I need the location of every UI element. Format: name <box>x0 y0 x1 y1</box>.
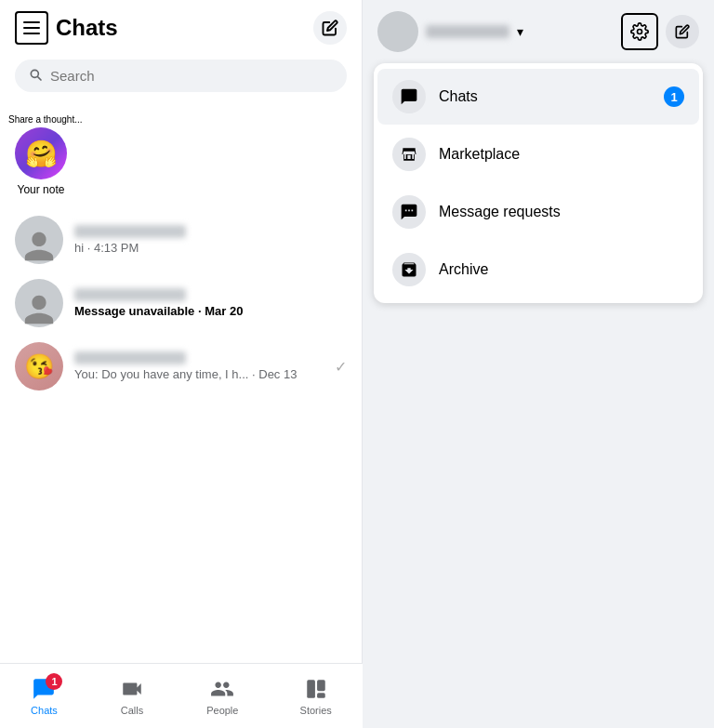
chat-info: hi · 4:13 PM <box>74 225 347 255</box>
dropdown-chats-badge: 1 <box>664 86 684 107</box>
calls-nav-icon <box>120 677 144 701</box>
nav-people-label: People <box>206 705 238 716</box>
nav-chats-label: Chats <box>31 705 58 716</box>
nav-calls-label: Calls <box>121 705 143 716</box>
search-input[interactable] <box>50 68 334 84</box>
dropdown-archive-label: Archive <box>439 261 684 278</box>
share-thought-label: Share a thought... <box>8 114 73 126</box>
dropdown-item-message-requests[interactable]: Message requests <box>377 184 699 240</box>
chat-item[interactable]: 😘 You: Do you have any time, I h... · De… <box>0 335 362 398</box>
dropdown-item-marketplace[interactable]: Marketplace <box>377 126 699 182</box>
chat-bubble-icon <box>400 87 418 106</box>
page-title: Chats <box>56 15 306 41</box>
nav-chats-icon-wrap: 1 <box>31 676 57 702</box>
people-nav-icon <box>210 677 234 701</box>
svg-point-3 <box>638 30 642 34</box>
svg-rect-0 <box>307 680 315 698</box>
avatar <box>15 216 63 264</box>
chat-name-blurred <box>74 288 186 301</box>
note-avatar-emoji: 🤗 <box>25 139 58 169</box>
profile-avatar <box>377 11 418 52</box>
pencil-icon <box>322 20 338 36</box>
dropdown-item-chats[interactable]: Chats 1 <box>377 69 699 125</box>
chat-info: You: Do you have any time, I h... · Dec … <box>74 351 324 381</box>
chat-name-blurred <box>74 351 186 364</box>
check-icon: ✓ <box>335 358 347 376</box>
person-icon <box>21 292 57 327</box>
left-header: Chats <box>0 0 362 56</box>
nav-stories-label: Stories <box>300 705 332 716</box>
chat-name-blurred <box>74 225 186 238</box>
search-svg <box>28 67 43 82</box>
message-request-icon <box>400 203 418 221</box>
dropdown-chat-icon <box>392 80 426 113</box>
left-panel: Chats Share a thought... 🤗 Your note <box>0 0 363 728</box>
your-note-wrap[interactable]: Share a thought... 🤗 Your note <box>15 111 67 196</box>
right-pencil-icon <box>675 24 690 39</box>
menu-button[interactable] <box>15 11 48 45</box>
nav-item-chats[interactable]: 1 Chats <box>16 672 73 720</box>
dropdown-archive-icon <box>392 253 426 286</box>
chat-list: hi · 4:13 PM Message unavailable · Mar 2… <box>0 205 362 728</box>
nav-item-stories[interactable]: Stories <box>285 672 347 720</box>
your-note-label: Your note <box>15 183 67 196</box>
search-icon <box>28 67 43 85</box>
svg-rect-1 <box>317 680 325 691</box>
avatar: 😘 <box>15 342 63 390</box>
avatar <box>15 279 63 327</box>
chat-name <box>74 225 347 241</box>
nav-item-calls[interactable]: Calls <box>104 672 160 720</box>
nav-stories-icon-wrap <box>303 676 329 702</box>
dropdown-marketplace-label: Marketplace <box>439 146 684 163</box>
settings-button[interactable] <box>621 13 658 50</box>
note-section: Share a thought... 🤗 Your note <box>0 103 362 205</box>
right-edit-button[interactable] <box>666 15 699 48</box>
note-avatar: 🤗 <box>15 127 67 179</box>
profile-name <box>426 25 509 38</box>
chat-preview: hi · 4:13 PM <box>74 241 347 255</box>
bottom-nav: 1 Chats Calls People <box>0 663 363 728</box>
profile-area[interactable]: ▾ <box>377 11 614 52</box>
store-icon <box>400 145 418 164</box>
chat-item[interactable]: hi · 4:13 PM <box>0 208 362 271</box>
hamburger-icon <box>23 21 40 34</box>
chat-name <box>74 288 347 304</box>
gear-icon <box>630 22 649 41</box>
search-bar[interactable] <box>15 60 347 92</box>
dropdown-menu: Chats 1 Marketplace Message requests <box>374 63 703 303</box>
dropdown-item-archive[interactable]: Archive <box>377 242 699 298</box>
chat-meta: ✓ <box>335 358 347 376</box>
nav-people-icon-wrap <box>209 676 235 702</box>
chat-info: Message unavailable · Mar 20 <box>74 288 347 318</box>
chat-name <box>74 351 324 367</box>
nav-calls-icon-wrap <box>119 676 145 702</box>
chat-preview: Message unavailable · Mar 20 <box>74 304 347 318</box>
dropdown-message-requests-label: Message requests <box>439 204 684 220</box>
nav-item-people[interactable]: People <box>192 672 253 720</box>
chat-item[interactable]: Message unavailable · Mar 20 <box>0 271 362 335</box>
archive-icon <box>400 260 418 279</box>
right-header: ▾ <box>363 0 714 63</box>
chat-preview: You: Do you have any time, I h... · Dec … <box>74 367 324 381</box>
chevron-down-icon: ▾ <box>517 24 523 39</box>
dropdown-store-icon <box>392 138 426 171</box>
svg-rect-2 <box>317 693 325 697</box>
dropdown-message-request-icon <box>392 195 426 229</box>
stories-nav-icon <box>304 677 328 701</box>
edit-button[interactable] <box>313 11 347 45</box>
dropdown-chats-label: Chats <box>439 88 651 105</box>
avatar-emoji: 😘 <box>24 352 54 381</box>
person-icon <box>21 229 57 264</box>
right-panel: ▾ Chats 1 <box>363 0 714 728</box>
nav-chats-badge: 1 <box>46 673 62 690</box>
